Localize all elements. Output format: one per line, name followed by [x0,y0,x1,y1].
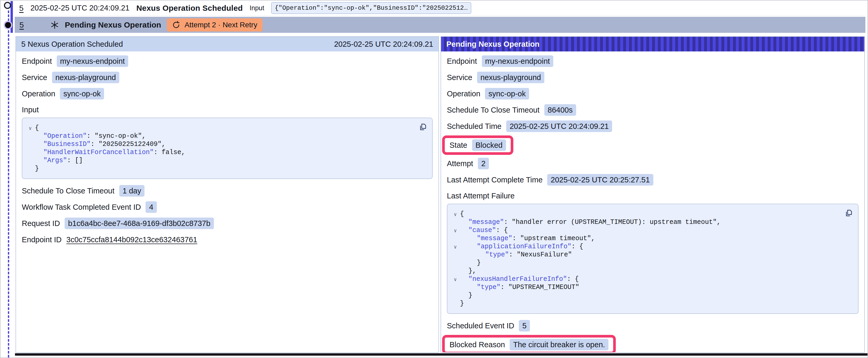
code-line-text: } [460,259,481,267]
code-line-text: "type": "NexusFailure" [460,251,572,259]
attempt-retry-badge-text: Attempt 2 · Next Retry [184,21,257,29]
copy-icon [418,122,428,132]
code-line-text: "HandlerWaitForCancellation": false, [35,148,185,156]
code-line-text: } [460,291,472,299]
scheduled-time-label: Scheduled Time [447,122,501,131]
code-line-text: "cause": { [460,226,508,234]
scheduled-panel-header: 5 Nexus Operation Scheduled 2025-02-25 U… [16,37,438,52]
operation-label: Operation [22,90,55,98]
pending-panel-title: Pending Nexus Operation [446,40,539,48]
wft-completed-label: Workflow Task Completed Event ID [22,203,141,211]
workflow-event-history-screen: 5 2025-02-25 UTC 20:24:09.21 Nexus Opera… [0,0,868,358]
code-line-text: "nexusHandlerFailureInfo": { [460,275,579,283]
collapse-chevron-icon[interactable]: ∨ [26,125,35,133]
last-attempt-complete-label: Last Attempt Complete Time [447,175,542,184]
endpoint-row: Endpoint my-nexus-endpoint [447,56,859,67]
code-gutter [451,235,460,243]
operation-row: Operation sync-op-ok [22,88,433,99]
copy-button[interactable] [417,122,428,133]
last-attempt-complete-chip: 2025-02-25 UTC 20:25:27.51 [547,174,653,186]
collapse-chevron-icon[interactable]: ∨ [451,276,460,284]
schedule-to-close-label: Schedule To Close Timeout [22,187,115,195]
scheduled-event-detail-panel: 5 Nexus Operation Scheduled 2025-02-25 U… [16,36,439,353]
event-name: Nexus Operation Scheduled [136,4,243,12]
attempt-retry-badge: Attempt 2 · Next Retry [167,19,262,32]
code-gutter [451,284,460,292]
code-line-text: { [460,210,464,218]
timeline-open-marker-icon [4,2,11,9]
blocked-reason-label: Blocked Reason [450,340,505,349]
code-line-text: { [35,124,39,132]
service-row: Service nexus-playground [447,72,859,83]
event-row-nexus-operation-scheduled[interactable]: 5 2025-02-25 UTC 20:24:09.21 Nexus Opera… [16,1,865,16]
operation-row: Operation sync-op-ok [447,88,859,99]
endpoint-value-chip: my-nexus-endpoint [482,55,554,67]
schedule-to-close-chip: 86400s [544,104,576,116]
pending-asterisk-icon [50,21,59,29]
wft-completed-chip: 4 [146,201,157,213]
request-id-label: Request ID [22,219,60,228]
code-line-text: }, [460,267,476,275]
event-timestamp: 2025-02-25 UTC 20:24:09.21 [30,4,129,12]
service-label: Service [22,73,47,82]
copy-icon [844,208,853,218]
blocked-reason-chip: The circuit breaker is open. [510,339,609,350]
code-gutter [451,268,460,276]
scheduled-event-id-label: Scheduled Event ID [447,322,514,330]
retry-icon [172,21,180,29]
endpoint-value-chip: my-nexus-endpoint [57,55,128,67]
code-line-text: "type": "UPSTREAM_TIMEOUT" [460,283,579,291]
event-id-link[interactable]: 5 [19,4,24,12]
operation-label: Operation [447,90,480,98]
code-gutter [451,292,460,300]
collapse-chevron-icon[interactable]: ∨ [451,211,460,219]
code-gutter [451,252,460,260]
scheduled-panel-body: Endpoint my-nexus-endpoint Service nexus… [16,52,438,255]
event-detail-panels: 5 Nexus Operation Scheduled 2025-02-25 U… [16,36,865,353]
attempt-label: Attempt [447,159,473,168]
state-label: State [450,141,467,150]
blocked-reason-highlight-annotation: Blocked Reason The circuit breaker is op… [442,335,616,353]
event-row-pending-nexus-operation[interactable]: 5 Pending Nexus Operation Attempt 2 · Ne… [15,17,865,33]
code-line-text: "applicationFailureInfo": { [460,242,583,251]
code-gutter [451,260,460,268]
state-highlight-annotation: State Blocked [442,135,513,155]
endpoint-id-link[interactable]: 3c0c75ccfa8144b092c13ce632463761 [66,235,197,244]
collapse-chevron-icon[interactable]: ∨ [451,243,460,252]
pending-panel-header: Pending Nexus Operation [441,37,864,52]
schedule-to-close-row: Schedule To Close Timeout 86400s [447,104,859,116]
blocked-reason-row: Blocked Reason The circuit breaker is op… [450,339,609,350]
pending-operation-detail-panel: Pending Nexus Operation Endpoint my-nexu… [440,36,865,353]
code-gutter [451,300,460,308]
attempt-value-chip: 2 [478,158,489,169]
code-gutter [26,165,35,173]
event-id-link[interactable]: 5 [20,21,24,29]
pending-panel-body: Endpoint my-nexus-endpoint Service nexus… [441,52,864,353]
input-label: Input [250,4,264,12]
timeline-current-marker-icon [5,22,11,28]
code-line-text: "Args": [] [35,156,83,165]
code-line-text: "Operation": "sync-op-ok", [35,132,146,140]
code-gutter [26,157,35,165]
schedule-to-close-row: Schedule To Close Timeout 1 day [22,185,433,196]
code-gutter [451,219,460,227]
scheduled-event-id-row: Scheduled Event ID 5 [447,320,859,331]
service-label: Service [447,73,472,82]
state-row: State Blocked [450,140,506,151]
input-section-label: Input [22,104,433,115]
endpoint-label: Endpoint [447,57,477,66]
service-value-chip: nexus-playground [477,72,545,83]
endpoint-id-row: Endpoint ID 3c0c75ccfa8144b092c13ce63246… [22,234,433,245]
code-line-text: "message": "handler error (UPSTREAM_TIME… [460,218,721,226]
failure-json-viewer: ∨{"message": "handler error (UPSTREAM_TI… [447,204,859,314]
request-id-chip: b1c6a4bc-8ee7-468a-9169-df3b02c8737b [65,218,214,229]
last-attempt-complete-time-row: Last Attempt Complete Time 2025-02-25 UT… [447,174,859,185]
state-value-chip: Blocked [472,139,506,151]
code-gutter [26,141,35,149]
attempt-row: Attempt 2 [447,158,859,169]
schedule-to-close-label: Schedule To Close Timeout [447,106,539,115]
copy-button[interactable] [843,208,854,219]
timeline-connector-dashed-line [8,10,9,357]
collapse-chevron-icon[interactable]: ∨ [451,227,460,235]
code-line-text: "message": "upstream timeout", [460,234,595,242]
